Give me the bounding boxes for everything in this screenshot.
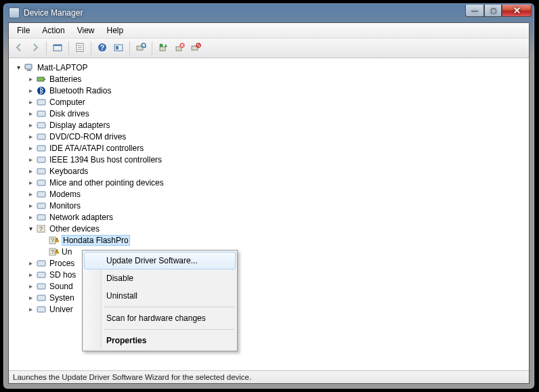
tree-row[interactable]: Computer: [10, 96, 529, 108]
tree-row-label: Computer: [49, 97, 85, 107]
unknown-warn-icon: ?!: [48, 246, 59, 257]
tree-row[interactable]: IEEE 1394 Bus host controllers: [10, 154, 529, 165]
context-menu-item[interactable]: Scan for hardware changes: [84, 309, 236, 327]
collapse-icon[interactable]: [25, 225, 36, 232]
svg-text:?: ?: [51, 237, 54, 244]
menu-view[interactable]: View: [72, 24, 100, 37]
tree-row[interactable]: DVD/CD-ROM drives: [10, 131, 529, 142]
collapse-icon[interactable]: [13, 64, 24, 71]
expand-icon[interactable]: [25, 75, 36, 83]
expand-icon[interactable]: [25, 98, 36, 106]
tree-row[interactable]: Network adapters: [10, 211, 529, 223]
toolbar-help-button[interactable]: ?: [95, 41, 110, 56]
tree-row[interactable]: IDE ATA/ATAPI controllers: [10, 142, 529, 154]
expand-icon[interactable]: [25, 167, 36, 175]
back-icon: [14, 42, 24, 55]
mouse-icon: [36, 177, 47, 188]
toolbar-show-hidden-button[interactable]: [111, 41, 126, 56]
svg-rect-28: [37, 111, 45, 116]
root-icon: [24, 62, 35, 73]
tree-row[interactable]: Monitors: [10, 200, 529, 211]
tree-row[interactable]: Keyboards: [10, 165, 529, 177]
expand-icon[interactable]: [25, 156, 36, 163]
svg-rect-50: [37, 284, 45, 289]
expand-icon[interactable]: [25, 213, 36, 221]
expand-icon[interactable]: [25, 271, 36, 278]
svg-text:!: !: [56, 249, 58, 254]
window-frame: Device Manager — ▢ ✕ File Action View He…: [3, 3, 535, 389]
tree-row[interactable]: Batteries: [10, 73, 529, 85]
tree-row[interactable]: Modems: [10, 188, 529, 200]
svg-rect-27: [37, 100, 45, 105]
expand-icon[interactable]: [25, 294, 36, 301]
context-menu-item-label: Scan for hardware changes: [106, 313, 206, 323]
menu-help[interactable]: Help: [102, 24, 129, 37]
toolbar-separator: [68, 41, 69, 55]
toolbar-forward-button: [28, 41, 43, 56]
close-button[interactable]: ✕: [502, 5, 532, 17]
tree-row-label: Bluetooth Radios: [49, 86, 111, 95]
sd-icon: [36, 269, 47, 280]
toolbar-update-driver-button[interactable]: [156, 41, 171, 56]
context-menu-item-label: Disable: [106, 274, 133, 283]
scan-hardware-icon: [135, 42, 146, 55]
context-menu: Update Driver Software...DisableUninstal…: [82, 250, 238, 351]
forward-icon: [30, 42, 41, 55]
expand-icon[interactable]: [25, 202, 36, 209]
toolbar-scan-hardware-button[interactable]: [133, 41, 148, 56]
expand-icon[interactable]: [25, 305, 36, 313]
tree-row[interactable]: Display adapters: [10, 119, 529, 131]
menu-action[interactable]: Action: [37, 24, 70, 37]
menu-file[interactable]: File: [12, 24, 35, 37]
expand-icon[interactable]: [25, 282, 36, 290]
tree-row-label: Sound: [49, 282, 73, 291]
titlebar[interactable]: Device Manager — ▢ ✕: [3, 3, 534, 22]
toolbar-separator: [152, 41, 152, 55]
tree-row[interactable]: ?Other devices: [10, 223, 529, 234]
svg-rect-52: [37, 307, 45, 312]
toolbar-uninstall-button[interactable]: [172, 41, 187, 56]
app-icon: [9, 7, 20, 18]
svg-rect-23: [27, 70, 31, 71]
svg-line-12: [145, 47, 146, 48]
up-container-icon: [52, 42, 63, 55]
firewire-icon: [36, 154, 47, 165]
tree-row-label: Keyboards: [49, 167, 88, 176]
status-bar: Launches the Update Driver Software Wiza…: [9, 370, 529, 383]
tree-row-label: IEEE 1394 Bus host controllers: [49, 155, 162, 165]
tree-row[interactable]: ?!Hondata FlashPro: [10, 234, 529, 246]
device-tree[interactable]: Matt-LAPTOPBatteriesBluetooth RadiosComp…: [9, 58, 529, 370]
svg-rect-36: [37, 203, 45, 209]
tree-row-label: Un: [62, 247, 72, 257]
tree-row[interactable]: Bluetooth Radios: [10, 85, 529, 96]
toolbar-separator: [129, 41, 130, 55]
tree-row[interactable]: Disk drives: [10, 108, 529, 119]
context-menu-item[interactable]: Uninstall: [84, 287, 236, 305]
tree-row-label: Systen: [49, 293, 74, 303]
expand-icon[interactable]: [25, 121, 36, 129]
toolbar-properties-sheet-button[interactable]: [72, 41, 87, 56]
minimize-button[interactable]: —: [465, 5, 484, 17]
toolbar-up-container-button[interactable]: [50, 41, 65, 56]
maximize-button[interactable]: ▢: [484, 5, 502, 17]
expand-icon[interactable]: [25, 110, 36, 117]
toolbar-disable-button[interactable]: [188, 41, 203, 56]
expand-icon[interactable]: [25, 87, 36, 94]
expand-icon[interactable]: [25, 133, 36, 140]
context-menu-item[interactable]: Properties: [84, 332, 236, 349]
sound-icon: [36, 281, 47, 292]
tree-row-label: IDE ATA/ATAPI controllers: [49, 144, 144, 153]
tree-row[interactable]: Mice and other pointing devices: [10, 177, 529, 188]
context-menu-item[interactable]: Update Driver Software...: [84, 252, 236, 269]
expand-icon[interactable]: [25, 190, 36, 198]
tree-row[interactable]: Matt-LAPTOP: [10, 62, 529, 73]
window-controls: — ▢ ✕: [465, 5, 532, 17]
client-area: File Action View Help ? Matt-LAPTOPBatte…: [8, 22, 530, 384]
tree-row-label: Disk drives: [49, 109, 89, 118]
context-menu-item[interactable]: Disable: [84, 269, 236, 287]
uninstall-icon: [174, 42, 185, 55]
context-menu-separator: [104, 329, 234, 330]
expand-icon[interactable]: [25, 144, 36, 152]
expand-icon[interactable]: [25, 179, 36, 186]
expand-icon[interactable]: [25, 259, 36, 267]
